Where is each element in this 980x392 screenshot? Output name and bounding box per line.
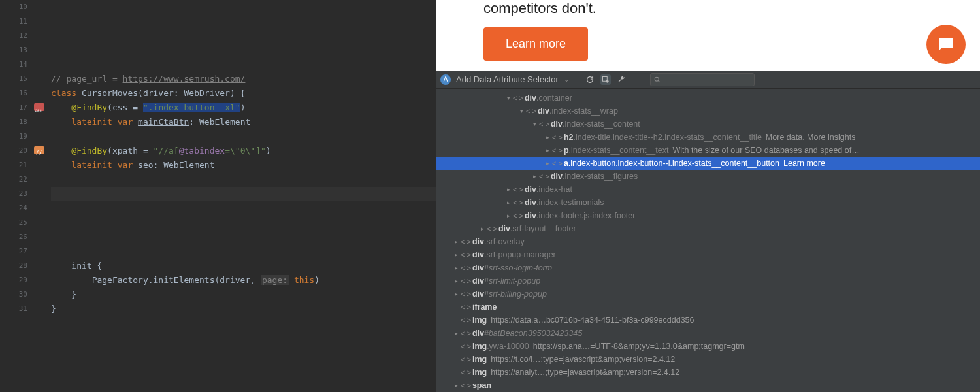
dom-node[interactable]: < >div.index-hat <box>436 183 980 196</box>
node-classes: .index-hat <box>536 183 572 196</box>
line-number: 23 <box>0 187 27 201</box>
expand-arrow-icon[interactable] <box>453 261 459 274</box>
node-text: More data. More insights <box>766 131 856 144</box>
tag-name: img <box>472 353 487 366</box>
expand-arrow-icon[interactable] <box>544 144 551 157</box>
tag-brackets-icon: < > <box>513 196 523 209</box>
dom-node[interactable]: < >imghttps://analyt…;type=javascript&am… <box>436 366 980 379</box>
dom-node[interactable]: < >imghttps://t.co/i…;type=javascript&am… <box>436 353 980 366</box>
xpath-selector-icon <box>34 146 44 154</box>
line-number: 15 <box>0 72 27 86</box>
tag-brackets-icon: < > <box>461 287 471 301</box>
devtools-toolbar: A Add Data Attribute Selector ⌄ <box>436 71 980 89</box>
tag-brackets-icon: < > <box>461 274 471 287</box>
expand-arrow-icon[interactable] <box>544 157 551 170</box>
tag-brackets-icon: < > <box>461 340 471 353</box>
expand-arrow-icon[interactable] <box>531 118 538 131</box>
line-number: 20 <box>0 144 27 158</box>
node-id: #batBeacon395032423345 <box>484 327 582 340</box>
current-line[interactable] <box>51 187 436 201</box>
dropdown-chevron-icon[interactable]: ⌄ <box>564 76 569 83</box>
line-number: 18 <box>0 115 27 129</box>
tag-name: div <box>472 261 484 274</box>
tag-brackets-icon: < > <box>513 209 523 222</box>
line-number: 27 <box>0 244 27 259</box>
dom-node[interactable]: < >div#srf-billing-popup <box>436 287 980 301</box>
code-editor[interactable]: 1011121314151617181920212223242526272829… <box>0 0 436 392</box>
code-comment: // page_url = https://www.semrush.com/ <box>51 74 245 84</box>
expand-arrow-icon[interactable] <box>518 105 525 118</box>
tag-name: img <box>472 366 487 379</box>
expand-arrow-icon[interactable] <box>453 287 459 301</box>
toolbar-title[interactable]: Add Data Attribute Selector <box>456 74 559 84</box>
expand-arrow-icon[interactable] <box>453 235 459 248</box>
line-number: 17 <box>0 101 27 115</box>
line-number: 21 <box>0 158 27 172</box>
tag-name: div <box>525 209 536 222</box>
devtools-panel[interactable]: A Add Data Attribute Selector ⌄ < >div.c… <box>436 71 980 392</box>
line-number: 19 <box>0 129 27 144</box>
expand-arrow-icon[interactable] <box>505 196 512 209</box>
dom-node[interactable]: < >div.container <box>436 91 980 105</box>
inspect-element-icon[interactable] <box>600 74 611 85</box>
expand-arrow-icon[interactable] <box>453 327 459 340</box>
expand-arrow-icon[interactable] <box>479 222 485 235</box>
node-text: Learn more <box>783 157 825 170</box>
dom-node[interactable]: < >a.index-button.index-button--l.index-… <box>436 157 980 170</box>
init-block: init { <box>71 261 102 270</box>
dom-node[interactable]: < >div#srf-limit-popup <box>436 274 980 287</box>
dom-node[interactable]: < >div#srf-sso-login-form <box>436 261 980 274</box>
dom-node[interactable]: < >iframe <box>436 301 980 314</box>
dom-node[interactable]: < >div#batBeacon395032423345 <box>436 327 980 340</box>
dom-node[interactable]: < >h2.index-title.index-title--h2.index-… <box>436 131 980 144</box>
devtools-search-input[interactable] <box>650 73 755 86</box>
node-id: #srf-billing-popup <box>484 287 547 301</box>
dom-node[interactable]: < >div.index-stats__figures <box>436 170 980 183</box>
expand-arrow-icon[interactable] <box>453 248 459 261</box>
expand-arrow-icon[interactable] <box>505 91 512 105</box>
node-id: #srf-sso-login-form <box>484 261 552 274</box>
dom-node[interactable]: < >img.ywa-10000https://sp.ana…=UTF-8&am… <box>436 340 980 353</box>
tag-name: div <box>472 235 484 248</box>
tag-name: div <box>498 222 510 235</box>
node-text: With the size of our SEO databases and s… <box>672 144 859 157</box>
dom-node[interactable]: < >div.index-stats__content <box>436 118 980 131</box>
dom-node[interactable]: < >imghttps://data.a…bc0716b-4a34-4511-b… <box>436 314 980 327</box>
tag-name: div <box>472 327 484 340</box>
tag-brackets-icon: < > <box>461 301 471 314</box>
expand-arrow-icon[interactable] <box>453 379 459 392</box>
learn-more-button[interactable]: Learn more <box>483 27 588 61</box>
tag-name: div <box>525 183 536 196</box>
expand-arrow-icon[interactable] <box>505 183 512 196</box>
browser-preview[interactable]: competitors don't. Learn more <box>436 0 980 71</box>
expand-arrow-icon[interactable] <box>453 274 459 287</box>
dom-node[interactable]: < >div.srf-popup-manager <box>436 248 980 261</box>
svg-point-1 <box>655 77 659 81</box>
expand-arrow-icon[interactable] <box>544 131 551 144</box>
dom-tree[interactable]: < >div.container< >div.index-stats__wrap… <box>436 89 980 392</box>
wrench-icon[interactable] <box>616 74 627 85</box>
dom-node[interactable]: < >div.index-testimonials <box>436 196 980 209</box>
line-number: 24 <box>0 201 27 216</box>
code-area[interactable]: // page_url = https://www.semrush.com/ c… <box>46 0 436 392</box>
expand-arrow-icon[interactable] <box>505 209 512 222</box>
dom-node[interactable]: < >div.index-stats__wrap <box>436 105 980 118</box>
refresh-icon[interactable] <box>585 74 595 85</box>
line-number: 16 <box>0 86 27 101</box>
tag-name: a <box>564 157 568 170</box>
dom-node[interactable]: < >div.srf-overlay <box>436 235 980 248</box>
dom-node[interactable]: < >div.index-footer.js-index-footer <box>436 209 980 222</box>
node-text: https://sp.ana…=UTF-8&amp;yv=1.13.0&amp;… <box>533 340 745 353</box>
tag-brackets-icon: < > <box>526 105 536 118</box>
node-classes: .srf-popup-manager <box>484 248 556 261</box>
aqua-badge-icon: A <box>440 74 451 85</box>
tag-name: div <box>551 170 563 183</box>
chat-widget-icon[interactable] <box>926 25 966 64</box>
tag-name: img <box>472 314 487 327</box>
line-number: 12 <box>0 29 27 43</box>
dom-node[interactable]: < >span <box>436 379 980 392</box>
dom-node[interactable]: < >div.srf-layout__footer <box>436 222 980 235</box>
tag-brackets-icon: < > <box>487 222 497 235</box>
expand-arrow-icon[interactable] <box>531 170 538 183</box>
dom-node[interactable]: < >p.index-stats__content__textWith the … <box>436 144 980 157</box>
